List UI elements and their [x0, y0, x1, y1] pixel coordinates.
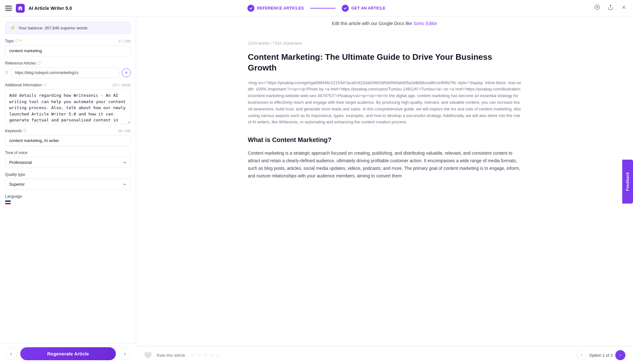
topic-label-row: Topic ⓘ * 17 / 200	[5, 39, 131, 43]
step2-icon	[342, 5, 349, 12]
language-label: Language	[5, 194, 22, 199]
topic-required: *	[20, 39, 22, 43]
back-button[interactable]	[5, 348, 17, 360]
additional-counter: 237 / 10000	[112, 83, 131, 87]
article-img-paragraph: <img src="https://pixabay.com/get/ga0964…	[248, 80, 521, 126]
quality-label-row: Quality type	[5, 172, 131, 177]
logo-icon	[16, 4, 25, 13]
additional-info-field-group: Additional Information ⓘ 237 / 10000 Add…	[5, 83, 131, 124]
rate-text: Rate this article	[157, 353, 185, 358]
article-area: 1224 words / 7332 characters Content Mar…	[233, 31, 536, 205]
keywords-counter: 28 / 500	[118, 129, 131, 133]
flag-icon	[5, 201, 11, 204]
edit-bar: Edit this article with our Google Docs l…	[136, 16, 633, 31]
nav-left: AI Article Writer 5.0	[5, 4, 72, 13]
star-2[interactable]: ☆	[197, 352, 202, 359]
star-5[interactable]: ☆	[216, 352, 221, 359]
step1-label: REFERENCE ARTICLES	[257, 6, 304, 10]
language-display	[5, 201, 131, 204]
keywords-input[interactable]	[5, 135, 131, 146]
article-body: <img src="https://pixabay.com/get/ga0964…	[248, 80, 521, 180]
language-field-group: Language	[5, 194, 131, 204]
next-button[interactable]	[119, 348, 131, 360]
balance-text: Your balance: 267,646 superior words	[18, 26, 88, 30]
quality-select[interactable]: Superior Premium Good	[5, 179, 131, 190]
ref-articles-label-row: Reference Articles ⓘ	[5, 61, 131, 65]
ref-articles-label: Reference Articles	[5, 61, 36, 65]
section2-title: What is Content Marketing?	[248, 134, 521, 145]
star-1[interactable]: ☆	[190, 352, 195, 359]
nav-steps: REFERENCE ARTICLES GET AN ARTICLE	[242, 3, 391, 14]
nav-right	[593, 3, 628, 13]
step-connector	[310, 8, 335, 9]
add-ref-button[interactable]: +	[122, 68, 131, 77]
settings-icon-btn[interactable]	[593, 3, 601, 13]
section2-body: Content marketing is a strategic approac…	[248, 150, 521, 180]
word-count: 1224 words / 7332 characters	[248, 41, 521, 46]
close-icon-btn[interactable]	[620, 3, 628, 13]
main-layout: ⚡ Your balance: 267,646 superior words T…	[0, 16, 633, 364]
tone-select[interactable]: Professional Casual Formal Humorous Insp…	[5, 157, 131, 168]
additional-info-label: Additional Information	[5, 83, 42, 87]
step1-icon	[248, 5, 254, 12]
drag-handle-icon[interactable]: ⠿	[5, 70, 8, 75]
step2-label: GET AN ARTICLE	[351, 6, 385, 10]
additional-info-icon[interactable]: ⓘ	[43, 83, 47, 87]
topic-counter: 17 / 200	[118, 39, 131, 43]
option-label: Option 1 of 2	[589, 353, 613, 358]
lightning-icon: ⚡	[10, 25, 16, 31]
additional-info-textarea[interactable]: Add details regarding how Writesonic - A…	[5, 89, 131, 124]
like-button[interactable]: 🤍	[144, 351, 152, 359]
article-bottom-bar: 🤍 Rate this article ☆ ☆ ☆ ☆ ☆ Option 1 o…	[136, 346, 633, 364]
balance-bar: ⚡ Your balance: 267,646 superior words	[5, 22, 131, 34]
regenerate-button[interactable]: Regenerate Article	[20, 347, 116, 360]
topic-input[interactable]	[5, 45, 131, 56]
app-title: AI Article Writer 5.0	[28, 5, 72, 11]
svg-point-1	[597, 7, 598, 8]
share-icon-btn[interactable]	[606, 3, 615, 13]
bottom-actions-bar: Regenerate Article	[0, 343, 136, 364]
prev-article-button[interactable]	[577, 350, 587, 360]
keywords-field-group: Keywords ⓘ 28 / 500	[5, 128, 131, 146]
article-title: Content Marketing: The Ultimate Guide to…	[248, 52, 521, 73]
additional-info-label-row: Additional Information ⓘ 237 / 10000	[5, 83, 131, 87]
topic-field-group: Topic ⓘ * 17 / 200	[5, 39, 131, 56]
quality-field-group: Quality type Superior Premium Good	[5, 172, 131, 190]
right-panel: Edit this article with our Google Docs l…	[136, 16, 633, 364]
sonic-editor-link[interactable]: Sonic Editor	[413, 21, 437, 26]
svg-point-0	[595, 5, 600, 10]
ref-info-icon[interactable]: ⓘ	[37, 61, 41, 65]
top-navigation: AI Article Writer 5.0 REFERENCE ARTICLES…	[0, 0, 633, 16]
tone-field-group: Tone of voice Professional Casual Formal…	[5, 151, 131, 168]
feedback-tab-button[interactable]: Feedback	[622, 159, 633, 203]
quality-label: Quality type	[5, 172, 25, 177]
tone-label-row: Tone of voice	[5, 151, 131, 155]
keywords-label-row: Keywords ⓘ 28 / 500	[5, 128, 131, 133]
star-4[interactable]: ☆	[209, 352, 214, 359]
star-rating: ☆ ☆ ☆ ☆ ☆	[190, 352, 221, 359]
tone-label: Tone of voice	[5, 151, 28, 155]
ref-articles-field-group: Reference Articles ⓘ ⠿ +	[5, 61, 131, 78]
topic-info-icon[interactable]: ⓘ	[15, 39, 19, 43]
article-navigation: Option 1 of 2	[577, 350, 625, 360]
ref-url-input[interactable]	[11, 67, 119, 78]
star-3[interactable]: ☆	[203, 352, 208, 359]
hamburger-menu[interactable]	[5, 5, 12, 11]
step-reference-articles[interactable]: REFERENCE ARTICLES	[242, 3, 309, 14]
language-label-row: Language	[5, 194, 131, 199]
ref-article-row: ⠿ +	[5, 67, 131, 78]
feedback-tab-wrapper: Feedback	[622, 159, 633, 205]
next-article-button[interactable]	[615, 350, 625, 360]
keywords-label: Keywords	[5, 129, 22, 133]
keywords-info-icon[interactable]: ⓘ	[23, 128, 27, 133]
left-panel: ⚡ Your balance: 267,646 superior words T…	[0, 16, 136, 364]
edit-bar-text: Edit this article with our Google Docs l…	[332, 21, 412, 26]
step-get-article[interactable]: GET AN ARTICLE	[337, 3, 391, 14]
topic-label: Topic	[5, 39, 14, 43]
